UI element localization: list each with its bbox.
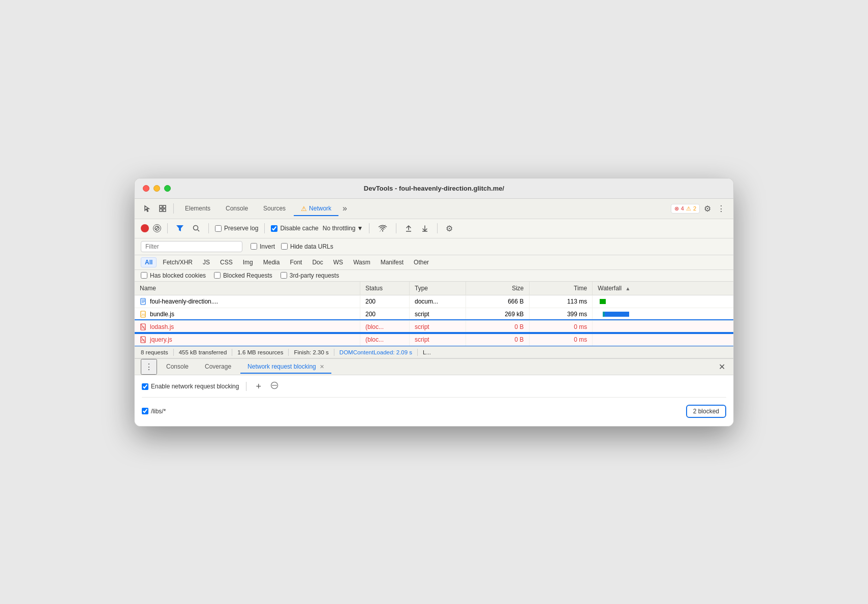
record-button[interactable] — [141, 224, 149, 232]
close-tab-icon[interactable]: ✕ — [320, 364, 324, 370]
row-2-type: script — [409, 308, 466, 320]
col-size[interactable]: Size — [466, 282, 529, 295]
type-filter-manifest[interactable]: Manifest — [377, 257, 408, 267]
tab-elements[interactable]: Elements — [178, 202, 218, 215]
bottom-tab-coverage[interactable]: Coverage — [198, 359, 238, 374]
tab-sources[interactable]: Sources — [256, 202, 293, 215]
table-header-row: Name Status Type Size Time Wat — [135, 282, 733, 295]
net-separator-5 — [396, 223, 396, 233]
type-filter-doc[interactable]: Doc — [308, 257, 327, 267]
devtools-window: DevTools - foul-heavenly-direction.glitc… — [134, 178, 734, 427]
preserve-log-label[interactable]: Preserve log — [215, 225, 258, 232]
row-2-time: 399 ms — [529, 308, 593, 320]
col-type[interactable]: Type — [409, 282, 466, 295]
bottom-tabbar: ⋮ Console Coverage Network request block… — [135, 359, 733, 375]
bottom-more-button[interactable]: ⋮ — [141, 359, 157, 375]
tab-network[interactable]: ⚠ Network — [294, 202, 338, 216]
tab-more[interactable]: » — [339, 202, 350, 215]
upload-icon[interactable] — [402, 223, 415, 233]
network-table: Name Status Type Size Time Wat — [135, 282, 733, 346]
svg-line-5 — [156, 227, 159, 230]
third-party-checkbox[interactable] — [281, 272, 287, 279]
type-filter-js[interactable]: JS — [199, 257, 214, 267]
table-row[interactable]: JS bundle.js 200 script 269 kB 399 ms — [135, 308, 733, 320]
blocked-badge: 2 blocked — [686, 405, 726, 418]
type-filter-ws[interactable]: WS — [329, 257, 347, 267]
download-icon[interactable] — [419, 223, 431, 233]
type-filter-wasm[interactable]: Wasm — [349, 257, 375, 267]
blocked-cookies-label[interactable]: Has blocked cookies — [141, 272, 206, 279]
add-pattern-button[interactable]: + — [254, 380, 263, 393]
maximize-button[interactable] — [164, 185, 171, 192]
type-filter-media[interactable]: Media — [259, 257, 284, 267]
more-button[interactable]: ⋮ — [715, 202, 727, 216]
inspect-icon[interactable] — [156, 203, 169, 214]
type-filter-css[interactable]: CSS — [216, 257, 237, 267]
disable-cache-checkbox[interactable] — [271, 225, 277, 232]
hide-data-urls-checkbox[interactable] — [281, 243, 288, 250]
blocking-entry: /libs/* 2 blocked — [142, 402, 726, 421]
type-filter-other[interactable]: Other — [410, 257, 433, 267]
wifi-icon[interactable] — [376, 223, 390, 233]
type-filter-img[interactable]: Img — [239, 257, 257, 267]
blocked-requests-checkbox[interactable] — [214, 272, 221, 279]
col-status[interactable]: Status — [360, 282, 409, 295]
net-separator-1 — [167, 223, 168, 233]
traffic-lights — [143, 185, 171, 192]
svg-rect-0 — [160, 205, 162, 208]
svg-point-8 — [382, 230, 383, 231]
filter-input[interactable] — [141, 241, 242, 252]
hide-data-urls-label[interactable]: Hide data URLs — [281, 243, 333, 250]
cursor-icon[interactable] — [141, 203, 154, 214]
warn-count: 2 — [693, 205, 696, 212]
close-all-button[interactable]: ✕ — [717, 360, 727, 374]
table-row[interactable]: JS jquery.js (bloc... script 0 B 0 ms — [135, 333, 733, 346]
svg-text:JS: JS — [141, 313, 145, 316]
svg-point-6 — [194, 226, 198, 230]
col-time[interactable]: Time — [529, 282, 593, 295]
col-name[interactable]: Name — [135, 282, 360, 295]
table-row[interactable]: JS lodash.js (bloc... script 0 B 0 ms — [135, 320, 733, 333]
row-4-size: 0 B — [466, 333, 529, 346]
pattern-text: /libs/* — [151, 408, 166, 415]
row-3-name: lodash.js — [150, 323, 174, 330]
net-separator-6 — [437, 223, 438, 233]
titlebar: DevTools - foul-heavenly-direction.glitc… — [135, 178, 733, 199]
bottom-tab-network-blocking[interactable]: Network request blocking ✕ — [240, 359, 331, 374]
preserve-log-checkbox[interactable] — [215, 225, 222, 232]
search-icon[interactable] — [190, 223, 202, 233]
tab-console[interactable]: Console — [219, 202, 255, 215]
filter-icon[interactable] — [174, 224, 186, 233]
table-row[interactable]: foul-heavenly-direction.... 200 docum...… — [135, 295, 733, 308]
disable-all-button[interactable] — [268, 380, 281, 392]
filter-checkboxes: Invert Hide data URLs — [251, 243, 333, 250]
pattern-checkbox-label[interactable]: /libs/* — [142, 408, 166, 415]
third-party-label[interactable]: 3rd-party requests — [281, 272, 339, 279]
row-2-waterfall — [593, 308, 733, 320]
invert-label[interactable]: Invert — [251, 243, 275, 250]
col-waterfall[interactable]: Waterfall ▲ — [593, 282, 733, 295]
bottom-tab-console[interactable]: Console — [159, 359, 196, 374]
svg-line-7 — [198, 230, 199, 231]
row-2-name: bundle.js — [150, 311, 174, 318]
blocked-cookies-checkbox[interactable] — [141, 272, 147, 279]
minimize-button[interactable] — [153, 185, 160, 192]
type-filter-font[interactable]: Font — [286, 257, 306, 267]
pattern-checkbox[interactable] — [142, 408, 148, 414]
network-settings-button[interactable]: ⚙ — [444, 222, 455, 235]
clear-button[interactable] — [153, 224, 161, 232]
enable-blocking-label[interactable]: Enable network request blocking — [142, 383, 239, 390]
disable-cache-label[interactable]: Disable cache — [271, 225, 318, 232]
blocked-requests-label[interactable]: Blocked Requests — [214, 272, 272, 279]
close-button[interactable] — [143, 185, 149, 192]
throttle-select[interactable]: No throttling ▼ — [323, 225, 363, 232]
settings-button[interactable]: ⚙ — [702, 202, 713, 216]
invert-checkbox[interactable] — [251, 243, 257, 250]
error-count: 4 — [681, 205, 684, 212]
filter-bar: Invert Hide data URLs — [135, 238, 733, 255]
type-filter-all[interactable]: All — [141, 257, 157, 267]
row-2-size: 269 kB — [466, 308, 529, 320]
enable-blocking-checkbox[interactable] — [142, 383, 148, 390]
type-filter-fetchxhr[interactable]: Fetch/XHR — [159, 257, 197, 267]
row-3-time: 0 ms — [529, 320, 593, 333]
